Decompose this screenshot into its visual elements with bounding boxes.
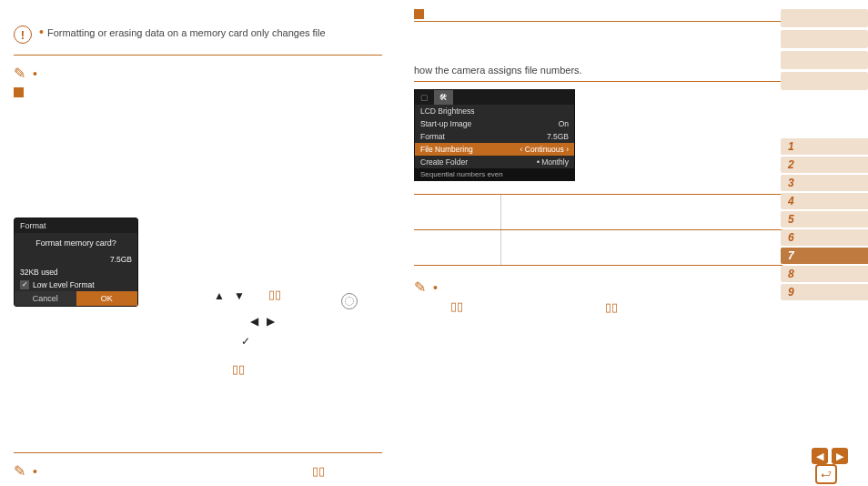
dial-icon (341, 293, 358, 309)
sidebar-tab-9[interactable]: 9 (781, 284, 868, 300)
menu-row: Format7.5GB (415, 130, 574, 143)
info-bullet-text: •Formatting or erasing data on a memory … (39, 25, 326, 40)
low-level-checkbox: ✓ Low Level Format (15, 278, 137, 291)
pencil-icon: ✎ (14, 462, 25, 480)
divider (14, 452, 382, 453)
menu-row: Start-up ImageOn (415, 117, 574, 130)
divider (414, 81, 782, 82)
bullet-icon: • (33, 67, 37, 80)
pencil-icon: ✎ (14, 65, 25, 82)
menu-row: File Numbering‹ Continuous › (415, 143, 574, 156)
bullet-icon: • (33, 465, 37, 478)
sidebar-header (781, 9, 868, 27)
return-button[interactable]: ⮐ (815, 464, 837, 484)
sidebar-tab-4[interactable]: 4 (781, 193, 868, 209)
book-icon: ▯▯ (312, 464, 325, 478)
dialog-size: 7.5GB (110, 255, 132, 264)
sidebar-tab-7[interactable]: 7 (781, 248, 868, 264)
table-row (414, 230, 782, 266)
cancel-button: Cancel (15, 291, 76, 306)
table-row (414, 195, 782, 230)
sidebar-tab-5[interactable]: 5 (781, 211, 868, 228)
sidebar-tab-2[interactable]: 2 (781, 157, 868, 173)
tools-tab-icon: 🛠 (434, 90, 453, 105)
square-marker-icon (14, 87, 24, 97)
check-icon: ✓ (20, 280, 29, 289)
left-arrow-icon: ◀ (250, 315, 258, 328)
intro-text: how the camera assigns file numbers. (414, 64, 782, 77)
bullet-icon: • (433, 281, 438, 294)
sidebar-header (781, 30, 868, 48)
pencil-icon: ✎ (414, 278, 426, 296)
camera-tab-icon: ▢ (415, 90, 434, 105)
book-icon: ▯▯ (268, 288, 281, 301)
book-icon: ▯▯ (450, 299, 463, 313)
menu-row: LCD Brightness (415, 105, 574, 117)
ok-button: OK (76, 291, 138, 306)
dialog-title: Format (15, 218, 137, 233)
sidebar-tab-8[interactable]: 8 (781, 266, 868, 282)
info-icon: ! (14, 25, 32, 44)
next-page-button[interactable]: ▶ (832, 448, 848, 464)
down-arrow-icon: ▼ (234, 289, 245, 302)
menu-row: Create Folder• Monthly (415, 156, 574, 168)
menu-footer: Sequential numbers even (415, 168, 574, 180)
dialog-question: Format memory card? (15, 233, 137, 253)
sidebar-tab-3[interactable]: 3 (781, 175, 868, 191)
dialog-used: 32KB used (20, 268, 58, 277)
format-dialog: Format Format memory card? 7.5GB 32KB us… (14, 218, 138, 307)
prev-page-button[interactable]: ◀ (812, 448, 828, 464)
divider (14, 55, 382, 56)
right-arrow-icon: ▶ (267, 315, 275, 328)
sidebar-tab-1[interactable]: 1 (781, 138, 868, 155)
square-marker-icon (414, 9, 424, 19)
book-icon: ▯▯ (232, 362, 245, 376)
bullet-icon: • (39, 25, 44, 39)
sidebar-header (781, 51, 868, 69)
sidebar-header (781, 72, 868, 90)
sidebar-tab-6[interactable]: 6 (781, 229, 868, 246)
camera-menu: ▢ 🛠 LCD BrightnessStart-up ImageOnFormat… (414, 89, 575, 181)
sidebar: 123456789 (781, 9, 868, 302)
up-arrow-icon: ▲ (214, 289, 225, 302)
book-icon: ▯▯ (605, 300, 618, 314)
check-icon: ✓ (241, 335, 250, 348)
